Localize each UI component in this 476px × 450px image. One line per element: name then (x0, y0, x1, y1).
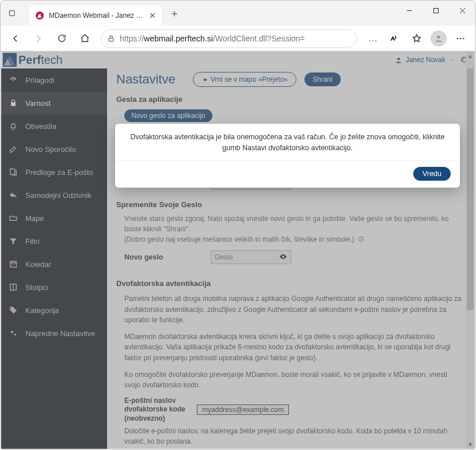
read-aloud-button[interactable]: A⁾ (384, 29, 405, 48)
close-button[interactable] (449, 2, 475, 19)
titlebar: MDaemon Webmail - Janez Nov… ✕ ＋ (1, 1, 475, 26)
browser-window: MDaemon Webmail - Janez Nov… ✕ ＋ https:/… (0, 0, 476, 450)
maximize-button[interactable] (422, 2, 449, 19)
svg-rect-2 (433, 8, 438, 13)
twofa-disabled-modal: Dvofaktorska avtentikacija je bila onemo… (115, 124, 460, 188)
menu-button[interactable] (450, 29, 471, 48)
forward-button[interactable] (28, 29, 49, 48)
modal-separator (115, 161, 460, 161)
window-controls (396, 1, 475, 26)
profile-button[interactable] (428, 29, 449, 48)
tab-strip: MDaemon Webmail - Janez Nov… ✕ ＋ (24, 1, 396, 26)
svg-rect-0 (9, 10, 14, 16)
home-button[interactable] (74, 29, 95, 48)
url-bar[interactable]: https://webmail.perftech.si/WorldClient.… (101, 29, 357, 48)
new-tab-button[interactable]: ＋ (166, 5, 182, 21)
modal-backdrop (1, 51, 475, 449)
svg-text:A⁾: A⁾ (391, 35, 396, 41)
url-text: https://webmail.perftech.si/WorldClient.… (120, 34, 305, 43)
modal-ok-button[interactable]: Vredu (413, 167, 451, 181)
svg-point-6 (457, 37, 458, 39)
url-overflow[interactable]: … (363, 29, 383, 48)
tab-corner (1, 1, 24, 26)
avatar-icon (431, 30, 447, 47)
url-scheme: https:// (120, 34, 144, 43)
favicon (35, 11, 44, 20)
tab-actions-icon (8, 9, 17, 18)
svg-point-7 (460, 37, 461, 39)
url-host: webmail.perftech.si (144, 34, 213, 43)
svg-point-5 (437, 35, 440, 38)
url-path: /WorldClient.dll?Session= (213, 34, 305, 43)
viewport: Perftech Prilagodi Varnost Obvestila (1, 51, 475, 449)
svg-rect-3 (109, 38, 113, 41)
svg-point-8 (463, 37, 464, 39)
toolbar-right: … A⁾ (363, 29, 471, 48)
minimize-button[interactable] (396, 2, 422, 19)
favorites-button[interactable] (406, 29, 427, 48)
back-button[interactable] (5, 29, 26, 48)
tab-title: MDaemon Webmail - Janez Nov… (49, 12, 146, 20)
tab-close-icon[interactable]: ✕ (149, 11, 156, 20)
lock-icon (107, 35, 115, 43)
refresh-button[interactable] (51, 29, 72, 48)
browser-toolbar: https://webmail.perftech.si/WorldClient.… (1, 26, 475, 51)
browser-tab[interactable]: MDaemon Webmail - Janez Nov… ✕ (29, 6, 162, 25)
modal-message: Dvofaktorska avtentikacija je bila onemo… (124, 132, 451, 154)
